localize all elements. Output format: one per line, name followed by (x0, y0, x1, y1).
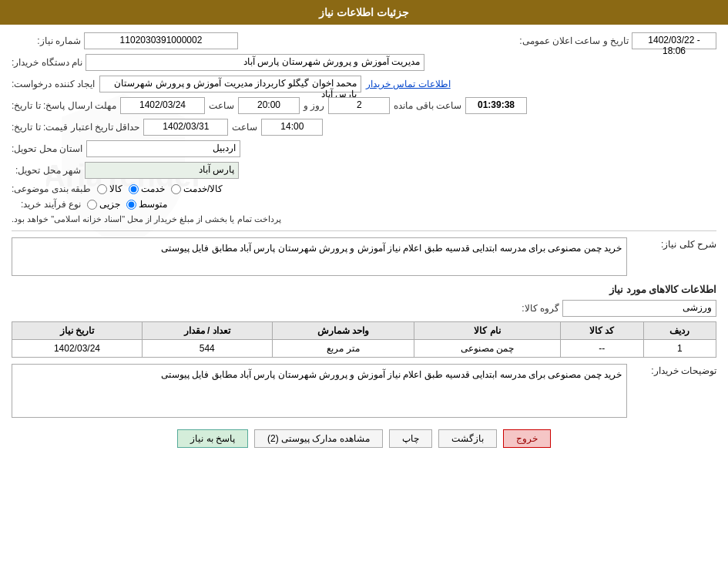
validity-label: حداقل تاریخ اعتبار قیمت: تا تاریخ: (12, 122, 139, 133)
col-date: تاریخ نیاز (12, 322, 143, 340)
city-value: پارس آباد (85, 162, 239, 179)
goods-info-title: اطلاعات کالاهای مورد نیاز (12, 284, 716, 295)
purchase-type-medium[interactable]: متوسط (126, 199, 167, 210)
category-option-service[interactable]: خدمت (129, 183, 165, 194)
col-row: ردیف (643, 322, 716, 340)
radio-goods[interactable] (97, 184, 107, 194)
category-label: طبقه بندی موضوعی: (12, 183, 91, 194)
radio-goods-service[interactable] (171, 184, 181, 194)
radio-partial[interactable] (87, 200, 97, 210)
purchase-type-radio-group: متوسط جزیی (87, 199, 167, 210)
contact-link[interactable]: اطلاعات تماس خریدار (366, 79, 451, 89)
requester-value: محمد اخوان گیگلو کاربرداز مدیریت آموزش و… (99, 76, 361, 92)
page-title: جزئیات اطلاعات نیاز (0, 0, 728, 25)
col-quantity: تعداد / مقدار (142, 322, 272, 340)
remaining-time: 01:39:38 (465, 97, 527, 114)
radio-service[interactable] (129, 184, 139, 194)
radio-service-label: خدمت (141, 183, 165, 194)
deadline-date: 1402/03/24 (120, 97, 205, 114)
cell-unit: متر مربع (272, 340, 414, 358)
cell-name: چمن مصنوعی (414, 340, 560, 358)
time-label: ساعت (209, 100, 234, 111)
payment-note: پرداخت تمام یا بخشی از مبلغ خریدار از مح… (12, 214, 281, 224)
category-option-goods[interactable]: کالا (97, 183, 122, 194)
requester-label: ایجاد کننده درخواست: (12, 79, 95, 89)
purchase-type-label: نوع فرآیند خرید: (12, 199, 81, 210)
print-button[interactable]: چاپ (389, 429, 432, 448)
radio-goods-label: کالا (109, 183, 122, 194)
radio-medium-label: متوسط (139, 199, 167, 210)
button-bar: خروج بازگشت چاپ مشاهده مدارک پیوستی (2) … (12, 429, 716, 457)
goods-group-value: ورزشی (562, 300, 716, 317)
province-value: اردبیل (86, 140, 240, 157)
reply-button[interactable]: پاسخ به نیاز (177, 429, 248, 448)
view-docs-button[interactable]: مشاهده مدارک پیوستی (2) (254, 429, 383, 448)
goods-group-label: گروه کالا: (490, 303, 559, 314)
date-value: 1402/03/22 - 18:06 (632, 32, 716, 49)
category-radio-group: کالا/خدمت خدمت کالا (97, 183, 223, 194)
need-number-value: 1102030391000002 (84, 32, 238, 49)
province-label: استان محل تحویل: (12, 143, 82, 154)
radio-medium[interactable] (126, 200, 136, 210)
validity-time: 14:00 (261, 119, 323, 136)
buyer-name-label: نام دستگاه خریدار: (12, 57, 82, 68)
description-label: شرح کلی نیاز: (632, 237, 716, 250)
col-code: کد کالا (560, 322, 643, 340)
buyer-desc-value[interactable] (12, 364, 627, 418)
col-unit: واحد شمارش (272, 322, 414, 340)
description-value: خرید چمن مصنوعی برای مدرسه ابتدایی قدسیه… (12, 237, 627, 276)
goods-table: ردیف کد کالا نام کالا واحد شمارش تعداد /… (12, 321, 716, 358)
date-label: تاریخ و ساعت اعلان عمومی: (519, 35, 629, 46)
col-name: نام کالا (414, 322, 560, 340)
radio-partial-label: جزیی (99, 199, 120, 210)
cell-quantity: 544 (142, 340, 272, 358)
back-button[interactable]: بازگشت (438, 429, 497, 448)
need-number-label: شماره نیاز: (12, 35, 81, 46)
buyer-desc-label: توضیحات خریدار: (632, 364, 716, 376)
validity-date: 1402/03/31 (143, 119, 228, 136)
category-option-goods-service[interactable]: کالا/خدمت (171, 183, 223, 194)
radio-goods-service-label: کالا/خدمت (183, 183, 223, 194)
deadline-days: 2 (328, 97, 390, 114)
table-row: 1--چمن مصنوعیمتر مربع5441402/03/24 (12, 340, 716, 358)
buyer-name-value: مدیریت آموزش و پرورش شهرستان پارس آباد (86, 54, 424, 71)
deadline-label: مهلت ارسال پاسخ: تا تاریخ: (12, 100, 116, 111)
city-label: شهر محل تحویل: (12, 165, 81, 176)
cell-row: 1 (643, 340, 716, 358)
cell-date: 1402/03/24 (12, 340, 143, 358)
validity-time-label: ساعت (232, 122, 257, 133)
days-label: روز و (304, 100, 324, 111)
deadline-time: 20:00 (238, 97, 300, 114)
cell-code: -- (560, 340, 643, 358)
remaining-label: ساعت باقی مانده (394, 100, 461, 111)
exit-button[interactable]: خروج (503, 429, 551, 448)
purchase-type-partial[interactable]: جزیی (87, 199, 120, 210)
